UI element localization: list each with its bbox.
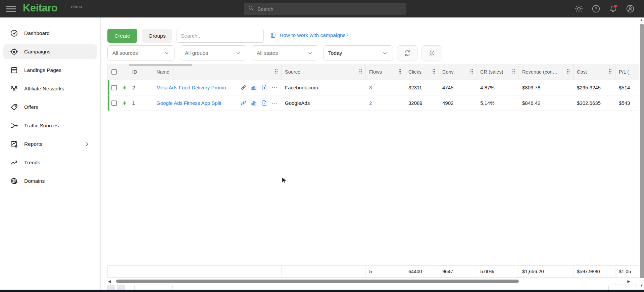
col-header-revenue[interactable]: Revenue (con… [519, 64, 574, 80]
campaign-link-icon[interactable] [240, 100, 247, 106]
sidebar-item-trends[interactable]: Trends [3, 155, 97, 170]
col-header-name[interactable]: Name [153, 64, 282, 80]
campaigns-table: ID Name Source Flows Clicks Conv. CR (sa… [107, 64, 644, 111]
row-status-cell [120, 86, 129, 89]
vertical-scrollbar-thumb[interactable] [640, 24, 644, 278]
col-header-source[interactable]: Source [282, 64, 366, 80]
filter-all-states[interactable]: All states [252, 45, 318, 60]
sidebar-item-offers[interactable]: s Offers [3, 100, 97, 115]
col-header-flows[interactable]: Flows [366, 64, 405, 80]
table-row[interactable]: 1 Google Ads Fitness App Split ⋯ GoogleA… [108, 95, 644, 111]
app-logo: Keitaro [23, 2, 57, 14]
sidebar-item-traffic-sources[interactable]: Traffic Sources [3, 118, 97, 133]
hamburger-menu-icon[interactable] [6, 4, 16, 13]
notifications-bell-icon[interactable] [609, 4, 617, 13]
totals-row: 5 64400 9647 5.00% $1,656.20 $597.9880 $… [107, 265, 644, 278]
row-conv: 4902 [439, 100, 477, 106]
scroll-down-arrow-icon[interactable]: ▼ [640, 284, 643, 287]
col-header-cost[interactable]: Cost [574, 64, 615, 80]
campaign-log-icon[interactable] [261, 100, 267, 106]
svg-text:s: s [15, 105, 16, 107]
drag-handle-icon[interactable] [432, 69, 435, 75]
campaign-link-icon[interactable] [240, 84, 247, 91]
col-header-cr-sales[interactable]: CR (sales) [477, 64, 519, 80]
global-search[interactable] [244, 3, 406, 15]
filter-date-range[interactable]: Today [323, 45, 393, 60]
help-link[interactable]: How to work with campaigns? [270, 32, 348, 38]
table-row[interactable]: 2 Meta Ads Food Delivery Promo ⋯ Faceboo… [108, 80, 644, 95]
total-cost: $597.9880 [574, 266, 615, 277]
filter-all-sources[interactable]: All sources [107, 45, 175, 60]
top-bar: Keitaro demo ? [0, 0, 644, 17]
horizontal-scrollbar[interactable]: ◀ ▶ [107, 279, 631, 284]
chevron-down-icon [382, 50, 388, 56]
col-header-id[interactable]: ID [129, 64, 153, 80]
traffic-split-icon [10, 122, 18, 130]
total-conv: 9647 [439, 266, 477, 277]
table-header-row: ID Name Source Flows Clicks Conv. CR (sa… [108, 64, 644, 80]
globe-icon [10, 177, 18, 185]
row-checkbox[interactable] [111, 85, 117, 90]
sidebar-item-landings-pages[interactable]: Landings Pages [3, 63, 97, 78]
drag-handle-icon[interactable] [470, 69, 473, 75]
campaign-log-icon[interactable] [261, 84, 267, 91]
row-accent-bar [108, 80, 109, 95]
drag-handle-icon[interactable] [359, 69, 362, 75]
chevron-down-icon [235, 50, 241, 56]
status-dot [123, 86, 126, 89]
account-icon[interactable] [626, 4, 635, 13]
drag-handle-icon[interactable] [567, 69, 570, 75]
row-checkbox[interactable] [111, 100, 117, 106]
scroll-right-arrow-icon[interactable]: ▶ [628, 279, 630, 284]
env-badge: demo [71, 4, 82, 9]
filter-all-groups[interactable]: All groups [180, 45, 246, 60]
vertical-scrollbar[interactable]: ▲ ▼ [639, 17, 644, 290]
flows-link[interactable]: 2 [369, 100, 372, 106]
sidebar-item-reports[interactable]: Reports [3, 137, 97, 152]
people-group-icon [10, 85, 18, 93]
drag-handle-icon[interactable] [398, 69, 401, 75]
row-revenue: $846.42 [519, 100, 574, 106]
row-status-cell [120, 101, 129, 105]
sidebar-item-dashboard[interactable]: Dashboard [3, 26, 97, 41]
campaign-stats-icon[interactable] [251, 84, 257, 91]
help-icon[interactable]: ? [592, 4, 600, 13]
report-chart-icon [10, 140, 18, 148]
create-button[interactable]: Create [107, 29, 137, 43]
scroll-left-arrow-icon[interactable]: ◀ [108, 279, 111, 284]
column-mini-scrollbar[interactable] [129, 64, 192, 66]
sidebar-item-label: Reports [24, 141, 42, 147]
gear-icon [428, 49, 436, 57]
drag-handle-icon[interactable] [609, 69, 612, 75]
global-search-input[interactable] [257, 6, 402, 12]
horizontal-scrollbar-thumb[interactable] [116, 280, 519, 283]
drag-handle-icon[interactable] [275, 69, 278, 75]
campaign-name-link[interactable]: Meta Ads Food Delivery Promo [156, 85, 226, 90]
campaign-stats-icon[interactable] [251, 100, 257, 106]
col-header-conv[interactable]: Conv. [439, 64, 477, 80]
sidebar-item-domains[interactable]: Domains [3, 174, 97, 189]
total-clicks: 64400 [405, 266, 439, 277]
sidebar-item-campaigns[interactable]: Campaigns [3, 44, 97, 59]
drag-handle-icon[interactable] [512, 69, 515, 75]
document-icon [10, 66, 18, 74]
flows-link[interactable]: 3 [369, 85, 372, 90]
more-actions-icon[interactable]: ⋯ [271, 86, 278, 89]
refresh-button[interactable] [397, 45, 417, 60]
campaigns-search-input[interactable] [177, 29, 264, 43]
gear-icon[interactable] [575, 4, 583, 13]
chevron-down-icon [164, 50, 170, 56]
book-icon [270, 32, 276, 38]
campaign-name-link[interactable]: Google Ads Fitness App Split [156, 100, 221, 106]
scroll-up-arrow-icon[interactable]: ▲ [640, 18, 643, 22]
sidebar-item-label: Affiliate Networks [24, 86, 64, 92]
chevron-down-icon [307, 50, 313, 56]
col-header-clicks[interactable]: Clicks [405, 64, 439, 80]
row-cost: $295.3245 [574, 85, 615, 90]
table-settings-button[interactable] [422, 45, 442, 60]
row-accent-bar [108, 95, 109, 111]
more-actions-icon[interactable]: ⋯ [271, 101, 278, 105]
select-all-checkbox[interactable] [111, 69, 117, 75]
sidebar-item-affiliate-networks[interactable]: Affiliate Networks [3, 81, 97, 96]
groups-button[interactable]: Groups [142, 29, 172, 43]
